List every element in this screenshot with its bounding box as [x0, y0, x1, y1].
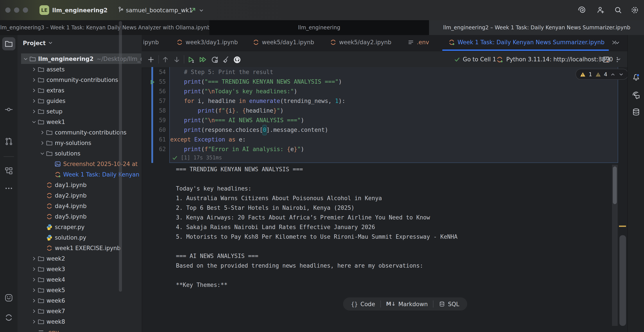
window-zoom-button[interactable]	[23, 7, 28, 13]
code-line-59[interactable]: 59 print("\n=== AI NEWS ANALYSIS ===")	[149, 116, 618, 125]
run-all-cells-button[interactable]	[198, 54, 208, 65]
tree-item-week6[interactable]: week6	[18, 295, 142, 306]
run-cell-gutter-icon[interactable]	[149, 77, 155, 87]
add-sql-cell-button[interactable]: SQL	[434, 297, 464, 311]
ai-assistant-icon[interactable]	[578, 6, 587, 14]
ai-chat-icon[interactable]	[632, 91, 640, 100]
editor-tab-env[interactable]: .env	[402, 35, 435, 49]
tree-item-day2-ipynb[interactable]: day2.ipynb	[18, 190, 142, 201]
tree-chevron-right-icon[interactable]	[30, 64, 37, 74]
more-options-kebab-icon[interactable]	[612, 54, 622, 65]
tree-item-week1-exercise-ipynb[interactable]: week1 EXERCISE.ipynb	[18, 243, 142, 253]
tree-item-week2[interactable]: week2	[18, 253, 142, 264]
commit-tool-icon[interactable]	[4, 105, 13, 114]
tree-item-week8[interactable]: week8	[18, 316, 142, 327]
tree-chevron-right-icon[interactable]	[30, 285, 37, 295]
tree-item-llm-engineering2[interactable]: llm_engineering2~/Desktop/llm_en	[18, 53, 142, 64]
window-tab-llm-engineering3[interactable]: llm_engineering3 – Week 1 Task: Kenyan D…	[0, 20, 210, 35]
tree-item-community-contributions[interactable]: community-contributions	[18, 74, 142, 85]
tree-item-week7[interactable]: week7	[18, 306, 142, 316]
editor-tab-week5-day1-ipynb[interactable]: week5/day1.ipynb	[246, 35, 320, 49]
tree-chevron-down-icon[interactable]	[38, 148, 46, 159]
code-line-55[interactable]: 55 print("=== TRENDING KENYAN NEWS ANALY…	[149, 77, 618, 87]
pull-requests-tool-icon[interactable]	[4, 137, 13, 146]
project-tool-icon[interactable]	[4, 39, 13, 48]
settings-gear-icon[interactable]	[630, 6, 639, 14]
project-avatar-badge[interactable]: LE	[40, 5, 49, 15]
tab-list-chevron-icon[interactable]	[614, 40, 620, 46]
tree-chevron-down-icon[interactable]	[22, 53, 29, 64]
editor-scrollbar-thumb[interactable]	[620, 235, 626, 326]
tree-chevron-right-icon[interactable]	[30, 74, 37, 85]
code-line-56[interactable]: 56 print("\nToday's key headlines:")	[149, 87, 618, 96]
tree-item-day1-ipynb[interactable]: day1.ipynb	[18, 179, 142, 190]
tree-item-community-contributions[interactable]: community-contributions	[18, 127, 142, 138]
tree-item-scraper-py[interactable]: scraper.py	[18, 222, 142, 232]
tree-item-week1[interactable]: week1	[18, 117, 142, 127]
tree-chevron-right-icon[interactable]	[38, 138, 46, 148]
tree-item-screenshot-2025-10-24-at[interactable]: Screenshot 2025-10-24 at	[18, 159, 142, 169]
branch-chevron-down-icon[interactable]	[198, 7, 204, 13]
database-tool-icon[interactable]	[632, 108, 640, 117]
tree-item-week4[interactable]: week4	[18, 274, 142, 285]
more-tools-icon[interactable]	[4, 184, 13, 193]
code-editor-area[interactable]: 54 # Step 5: Print the result55 print("=…	[149, 67, 618, 154]
tree-chevron-right-icon[interactable]	[30, 264, 37, 274]
huggingface-tool-icon[interactable]	[4, 294, 13, 302]
search-icon[interactable]	[614, 6, 622, 14]
tree-item-week3[interactable]: week3	[18, 264, 142, 274]
prev-problem-chevron-icon[interactable]	[610, 72, 616, 77]
tree-item-day4-ipynb[interactable]: day4.ipynb	[18, 201, 142, 211]
tree-chevron-right-icon[interactable]	[30, 274, 37, 285]
code-line-54[interactable]: 54 # Step 5: Print the result	[149, 67, 618, 77]
tree-chevron-right-icon[interactable]	[30, 106, 37, 117]
tree-item-env[interactable]: .env	[18, 327, 142, 332]
restart-kernel-button[interactable]	[209, 54, 220, 65]
tree-item-my-solutions[interactable]: my-solutions	[18, 138, 142, 148]
tree-item-week-1-task-daily-kenyan[interactable]: Week 1 Task: Daily Kenyan	[18, 169, 142, 179]
add-cell-button[interactable]	[146, 54, 156, 65]
goto-cell-button[interactable]: Go to Cell 1	[454, 51, 496, 67]
code-line-60[interactable]: 60 print(response.choices[0].message.con…	[149, 125, 618, 135]
tree-item-guides[interactable]: guides	[18, 96, 142, 106]
code-line-62[interactable]: 62 print(f"Error in AI analysis: {e}")	[149, 145, 618, 154]
tree-chevron-right-icon[interactable]	[38, 127, 46, 138]
window-close-button[interactable]	[5, 7, 10, 13]
window-tab-llm-engineering2-active[interactable]: llm_engineering2 – Week 1 Task: Daily Ke…	[428, 20, 644, 35]
tree-item-day5-ipynb[interactable]: day5.ipynb	[18, 211, 142, 222]
push-arrow-icon[interactable]	[190, 7, 196, 13]
tree-item-assets[interactable]: assets	[18, 64, 142, 74]
tree-chevron-right-icon[interactable]	[30, 85, 37, 96]
tree-chevron-right-icon[interactable]	[30, 96, 37, 106]
code-line-57[interactable]: 57 for i, headline in enumerate(trending…	[149, 96, 618, 106]
tree-chevron-down-icon[interactable]	[30, 117, 37, 127]
editor-tab-week-1-task-daily-kenyan-news-summarizer-ipynb[interactable]: Week 1 Task: Daily Kenyan News Summarize…	[442, 35, 621, 49]
tree-item-extras[interactable]: extras	[18, 85, 142, 96]
branch-selector[interactable]: samuel_bootcamp_wk1	[126, 0, 192, 20]
tree-item-solution-py[interactable]: solution.py	[18, 232, 142, 243]
tree-item-setup[interactable]: setup	[18, 106, 142, 117]
jupyter-tool-icon[interactable]	[4, 313, 13, 322]
window-tab-llm-engineering[interactable]: llm_engineering	[210, 20, 428, 35]
structure-tool-icon[interactable]	[4, 166, 13, 175]
jupyter-console-button[interactable]	[601, 54, 612, 65]
project-selector[interactable]: llm_engineering2	[52, 0, 108, 20]
move-cell-down-button[interactable]	[172, 54, 182, 65]
editor-warning-stripe-mark[interactable]	[619, 226, 626, 227]
next-problem-chevron-icon[interactable]	[619, 72, 624, 77]
tree-item-solutions[interactable]: solutions	[18, 148, 142, 159]
inspection-widget[interactable]: 1 4	[576, 69, 628, 80]
project-panel-header[interactable]: Project	[23, 35, 53, 51]
project-tree-scrollbar[interactable]	[119, 21, 122, 292]
editor-tab-week3-day1-ipynb[interactable]: week3/day1.ipynb	[170, 35, 244, 49]
add-markdown-cell-button[interactable]: M↓ Markdown	[381, 297, 433, 311]
tree-chevron-right-icon[interactable]	[30, 316, 37, 327]
tree-chevron-right-icon[interactable]	[30, 253, 37, 264]
output-scrollbar-thumb[interactable]	[613, 166, 617, 204]
add-code-cell-button[interactable]: {} Code	[346, 297, 380, 311]
editor-tab-week5-day2-ipynb[interactable]: week5/day2.ipynb	[324, 35, 398, 49]
run-cell-select-below-button[interactable]	[186, 54, 196, 65]
move-cell-up-button[interactable]	[160, 54, 171, 65]
window-minimize-button[interactable]	[14, 7, 19, 13]
code-line-61[interactable]: 61except Exception as e:	[149, 135, 618, 145]
